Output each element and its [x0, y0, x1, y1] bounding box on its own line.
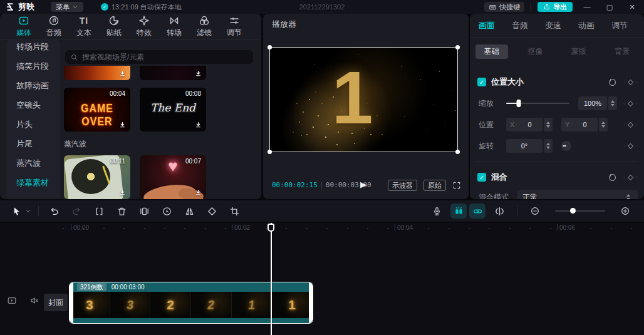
keyframe-control[interactable]: ‹› — [623, 121, 638, 129]
shortcuts-button[interactable]: 快捷键 — [484, 2, 524, 12]
y-stepper[interactable] — [599, 118, 608, 131]
play-button[interactable]: ▶ — [360, 180, 366, 189]
x-stepper[interactable] — [544, 118, 553, 131]
reverse-icon[interactable] — [157, 203, 176, 219]
blend-checkbox[interactable]: ✓ — [477, 173, 486, 182]
selection-handle[interactable] — [455, 150, 460, 154]
record-audio-icon[interactable] — [427, 203, 446, 219]
rotation-stepper[interactable] — [544, 139, 553, 153]
freeze-frame-icon[interactable] — [135, 203, 153, 219]
tab-adjust[interactable]: 调节 — [219, 14, 249, 39]
thumbnail-partial-red[interactable] — [64, 66, 130, 80]
scope-button[interactable]: 示波器 — [388, 180, 417, 191]
slider-knob[interactable] — [570, 208, 576, 214]
transform-checkbox[interactable]: ✓ — [477, 78, 486, 86]
thumbnail-game-over[interactable]: 00:04 GAME OVER — [64, 88, 130, 131]
category-transition-clips[interactable]: 转场片段 — [6, 40, 60, 56]
scale-value[interactable]: 100% — [578, 96, 607, 110]
tab-video[interactable]: 画面 — [479, 20, 495, 31]
tab-audio[interactable]: 音频 — [39, 14, 69, 39]
slider-knob[interactable] — [517, 100, 521, 107]
timeline[interactable]: 00:00 00:02 00:04 00:06 封面 321倒数 00:00:0… — [0, 223, 644, 335]
subtab-cutout[interactable]: 抠像 — [514, 46, 558, 57]
download-icon[interactable] — [118, 121, 127, 129]
keyframe-control[interactable]: ‹› — [623, 142, 638, 150]
category-glitch-anim[interactable]: 故障动画 — [6, 76, 60, 95]
tab-effects[interactable]: 特效 — [129, 14, 159, 39]
position-y-field[interactable]: Y 0 — [561, 118, 598, 131]
delete-icon[interactable] — [112, 203, 131, 219]
cover-button[interactable]: 封面 — [44, 294, 68, 311]
category-empty-shots[interactable]: 空镜头 — [6, 95, 60, 115]
search-input[interactable] — [82, 53, 248, 61]
maximize-button[interactable]: ▢ — [601, 1, 618, 13]
position-x-field[interactable]: X 0 — [506, 118, 543, 131]
timeline-zoom-slider[interactable] — [555, 210, 605, 212]
subtab-basic[interactable]: 基础 — [475, 44, 508, 59]
download-icon[interactable] — [118, 188, 127, 197]
subtab-background[interactable]: 背景 — [601, 46, 644, 57]
mute-track-icon[interactable] — [29, 296, 40, 306]
tab-media[interactable]: 媒体 — [9, 14, 39, 39]
crop-icon[interactable] — [225, 203, 244, 219]
keyframe-control[interactable]: ‹› — [623, 100, 638, 108]
select-tool-icon[interactable] — [7, 203, 26, 219]
download-icon[interactable] — [118, 70, 127, 78]
selection-handle[interactable] — [267, 150, 272, 154]
keyframe-control[interactable]: ‹› — [623, 173, 638, 182]
tab-animation[interactable]: 动画 — [578, 20, 595, 31]
subtab-mask[interactable]: 蒙版 — [557, 46, 601, 57]
timeline-zoom-in-icon[interactable] — [616, 203, 635, 219]
selection-handle[interactable] — [455, 45, 460, 49]
auto-snap-icon[interactable] — [450, 204, 467, 219]
rotate-icon[interactable] — [202, 203, 221, 219]
undo-icon[interactable] — [44, 203, 63, 219]
download-icon[interactable] — [194, 188, 202, 197]
mirror-icon[interactable] — [180, 203, 199, 219]
reset-icon[interactable] — [608, 78, 617, 87]
download-icon[interactable] — [194, 121, 202, 129]
split-icon[interactable] — [90, 203, 108, 219]
scale-stepper[interactable] — [608, 96, 617, 110]
timeline-zoom-out-icon[interactable] — [526, 203, 544, 219]
selection-handle[interactable] — [267, 45, 272, 49]
link-icon[interactable] — [469, 204, 486, 219]
rotation-field[interactable]: 0° — [506, 139, 543, 153]
rotation-dial[interactable] — [561, 141, 571, 151]
original-ratio-button[interactable]: 原始 — [423, 180, 446, 191]
redo-icon[interactable] — [67, 203, 86, 219]
export-button[interactable]: 导出 — [538, 2, 573, 12]
playhead[interactable] — [271, 223, 272, 335]
keyframe-control[interactable]: ‹› — [623, 78, 638, 86]
tab-text[interactable]: TI 文本 — [69, 14, 99, 39]
thumbnail-partial-dark[interactable] — [140, 66, 206, 80]
tab-audio-props[interactable]: 音频 — [512, 20, 528, 31]
blend-mode-dropdown[interactable]: 正常 — [517, 190, 638, 199]
category-funny-clips[interactable]: 搞笑片段 — [6, 56, 60, 76]
menu-button[interactable]: 菜单 — [51, 2, 83, 12]
thumbnail-the-end[interactable]: 00:08 The End — [140, 88, 206, 131]
tab-speed[interactable]: 变速 — [545, 20, 561, 31]
preview-axis-icon[interactable] — [490, 203, 509, 219]
tab-sticker[interactable]: 贴纸 — [99, 14, 129, 39]
category-intro[interactable]: 片头 — [6, 115, 60, 134]
download-icon[interactable] — [194, 70, 202, 78]
close-button[interactable]: ✕ — [624, 1, 640, 13]
tab-adjust-props[interactable]: 调节 — [611, 20, 628, 31]
thumbnail-heart-hands[interactable]: ♥ 00:07 — [140, 155, 206, 199]
track-preview-icon[interactable] — [6, 296, 18, 306]
category-outro[interactable]: 片尾 — [6, 134, 60, 153]
minimize-button[interactable]: — — [579, 1, 595, 13]
category-greenscreen[interactable]: 绿幕素材 — [6, 173, 60, 192]
fullscreen-icon[interactable] — [452, 181, 461, 190]
tab-transition[interactable]: 转场 — [159, 14, 189, 39]
thumbnail-vinyl[interactable]: 00:11 — [64, 155, 130, 199]
category-vaporwave[interactable]: 蒸汽波 — [6, 153, 60, 173]
scale-slider[interactable] — [506, 103, 569, 104]
timeline-clip[interactable]: 321倒数 00:00:03:00 3 3 2 2 1 1 — [69, 282, 313, 324]
playhead-handle[interactable] — [267, 224, 274, 232]
tab-filter[interactable]: 滤镜 — [189, 14, 219, 39]
reset-icon[interactable] — [608, 173, 617, 182]
select-tool-chevron-icon[interactable] — [24, 203, 33, 219]
video-preview[interactable]: 1 — [269, 47, 458, 152]
